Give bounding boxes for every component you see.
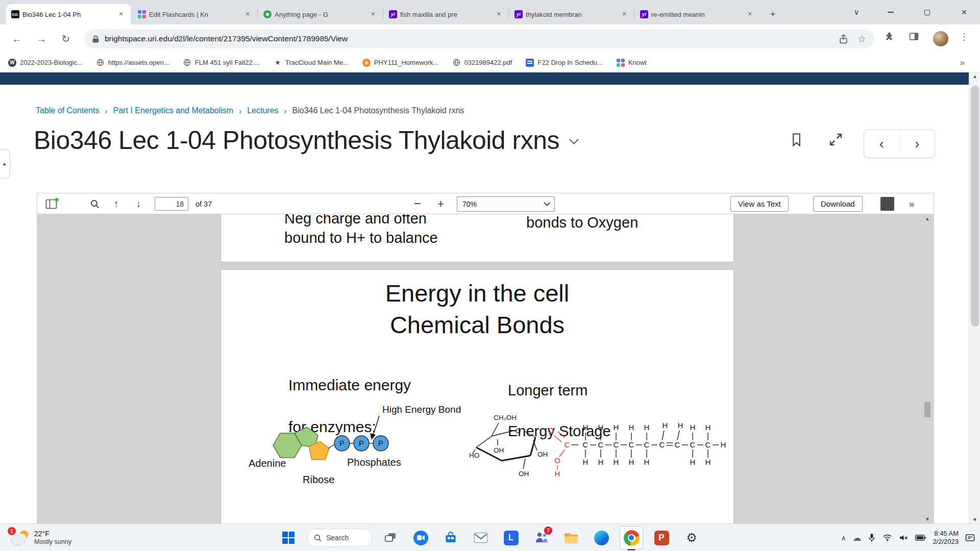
tab-close-icon[interactable]: × — [116, 10, 126, 19]
minimize-button[interactable] — [876, 0, 905, 24]
tab-close-icon[interactable]: × — [243, 10, 252, 19]
tab-close-icon[interactable]: × — [494, 10, 503, 19]
file-explorer-icon[interactable] — [559, 526, 583, 549]
extensions-puzzle-icon[interactable] — [884, 31, 894, 41]
tab-search-icon[interactable]: ∨ — [842, 0, 871, 24]
toolbar-overflow-icon[interactable]: » — [909, 193, 914, 215]
bookmark-item[interactable]: F22 Drop In Schedu... — [526, 59, 602, 67]
pdf-viewer[interactable]: Neg charge and often bound to H+ to bala… — [37, 214, 934, 523]
address-bar[interactable]: brightspace.uri.edu/d2l/le/content/21739… — [84, 29, 874, 48]
powerpoint-icon[interactable]: P — [650, 526, 673, 549]
reload-icon[interactable]: ↻ — [57, 30, 75, 47]
tab-bio346[interactable]: D2L Bio346 Lec 1-04 Ph × — [6, 4, 131, 24]
zoom-select[interactable]: 70% — [457, 196, 555, 212]
svg-text:H: H — [644, 423, 650, 432]
camera-app-icon[interactable] — [409, 526, 432, 549]
chrome-icon[interactable] — [620, 526, 643, 549]
scrollbar-thumb[interactable] — [971, 86, 979, 327]
bookmark-item[interactable]: Knowt — [617, 59, 647, 67]
bookmark-item[interactable]: FLM 451 syll Fall22.... — [183, 59, 260, 67]
previous-page-icon[interactable]: ↑ — [114, 193, 119, 215]
yahoo-favicon: y! — [640, 10, 648, 18]
taskbar-search[interactable]: Search — [307, 529, 372, 547]
onedrive-cloud-icon[interactable]: ☁ — [852, 533, 861, 543]
bookmark-item[interactable]: 0321989422.pdf — [452, 59, 512, 67]
microphone-icon[interactable] — [868, 533, 876, 542]
breadcrumb-link[interactable]: Part I Energetics and Metabolism — [113, 106, 234, 115]
d2l-favicon-text: D2L — [12, 13, 18, 16]
chevron-down-icon — [544, 199, 550, 206]
close-window-button[interactable]: × — [948, 0, 980, 24]
tab-close-icon[interactable]: × — [745, 10, 754, 19]
page-scrollbar[interactable]: ▲ ▼ — [969, 72, 980, 523]
wifi-icon[interactable] — [883, 534, 892, 542]
volume-muted-icon[interactable] — [899, 534, 909, 542]
yahoo-favicon: y! — [514, 10, 523, 18]
back-icon[interactable]: ← — [8, 30, 26, 47]
weather-widget[interactable]: 1 22°F Mostly sunny — [6, 524, 76, 551]
view-as-text-button[interactable]: View as Text — [730, 196, 789, 212]
slide-energy-in-the-cell: Energy in the cell Chemical Bonds Immedi… — [220, 269, 734, 523]
bookmark-star-icon[interactable]: ☆ — [857, 33, 866, 45]
previous-content-button[interactable]: ‹ — [864, 130, 899, 158]
title-dropdown-icon[interactable] — [569, 135, 578, 144]
teams-icon[interactable]: 7 — [529, 526, 553, 549]
forward-icon[interactable]: → — [33, 30, 50, 47]
maximize-button[interactable] — [913, 0, 941, 24]
bookmark-item[interactable]: PHY111_Homework... — [362, 59, 439, 67]
fatty-acid-diagram: OCOHCHHCHHCHHCHHCHHCHCHCHHCHHH — [545, 416, 731, 480]
breadcrumb-link[interactable]: Table of Contents — [36, 106, 100, 115]
zoom-in-icon[interactable]: + — [437, 193, 444, 214]
edge-icon[interactable] — [590, 526, 613, 549]
sidebar-expand-handle[interactable]: ▸ — [0, 149, 10, 179]
mail-icon[interactable] — [469, 526, 493, 549]
bookmark-icon[interactable] — [790, 133, 803, 147]
store-icon[interactable] — [439, 526, 462, 549]
breadcrumb-link[interactable]: Lectures — [247, 106, 278, 115]
bookmark-item[interactable]: ★ TracCloud Main Me... — [274, 59, 349, 67]
scroll-up-icon[interactable]: ▲ — [969, 73, 980, 79]
avatar[interactable] — [933, 31, 948, 46]
battery-icon[interactable] — [915, 535, 926, 541]
tray-overflow-icon[interactable]: ∧ — [841, 534, 846, 542]
thumbnails-panel-icon[interactable] — [45, 198, 58, 212]
bookmarks-overflow-icon[interactable]: » — [960, 58, 972, 68]
svg-text:H: H — [705, 423, 711, 432]
share-icon[interactable] — [839, 34, 848, 44]
settings-icon[interactable]: ⚙ — [680, 526, 703, 549]
dark-square-button[interactable] — [880, 197, 894, 211]
start-button[interactable] — [277, 526, 300, 549]
tab-flashcards[interactable]: Edit Flashcards | Kn × — [133, 4, 257, 24]
tab-thylakoid[interactable]: y! thylakoid membran × — [509, 4, 634, 24]
viewer-scroll-up-icon[interactable]: ▲ — [925, 216, 930, 221]
notifications-icon[interactable] — [965, 534, 975, 542]
tab-close-icon[interactable]: × — [369, 10, 378, 19]
l-app-icon[interactable]: L — [499, 526, 523, 549]
bookmark-item[interactable]: W 2022-2023-Biologic... — [8, 59, 83, 67]
viewer-scroll-down-icon[interactable]: ▼ — [925, 516, 930, 522]
bookmark-item[interactable]: https://assets.open... — [96, 59, 169, 67]
zoom-out-icon[interactable]: − — [414, 193, 421, 214]
tab-anything-page[interactable]: Anything page - G × — [258, 4, 383, 24]
clock[interactable]: 8:45 AM 2/2/2023 — [933, 530, 959, 546]
slide-title-line1: Energy in the cell — [221, 279, 733, 307]
globe-icon — [452, 59, 460, 67]
scroll-down-icon[interactable]: ▼ — [969, 517, 980, 522]
tab-reemitted[interactable]: y! re-emitted meanin × — [635, 4, 760, 24]
menu-dots-icon[interactable]: ⋮ — [960, 31, 969, 42]
new-tab-button[interactable]: + — [766, 7, 780, 21]
screen: D2L Bio346 Lec 1-04 Ph × Edit Flashcards… — [0, 0, 980, 551]
next-content-button[interactable]: › — [900, 130, 935, 158]
search-document-icon[interactable] — [90, 199, 100, 211]
side-panel-icon[interactable] — [909, 31, 919, 42]
page-number-input[interactable] — [155, 197, 188, 211]
download-button[interactable]: Download — [813, 196, 863, 212]
tab-fish-maxilla[interactable]: y! fish maxilla and pre × — [384, 4, 508, 24]
tab-close-icon[interactable]: × — [620, 10, 629, 19]
viewer-scrollbar-thumb[interactable] — [924, 402, 930, 417]
next-page-icon[interactable]: ↓ — [136, 193, 141, 215]
tab-title: Bio346 Lec 1-04 Ph — [22, 11, 113, 18]
tab-divider — [257, 9, 258, 19]
task-view-icon[interactable] — [379, 526, 402, 549]
fullscreen-icon[interactable] — [829, 133, 843, 146]
